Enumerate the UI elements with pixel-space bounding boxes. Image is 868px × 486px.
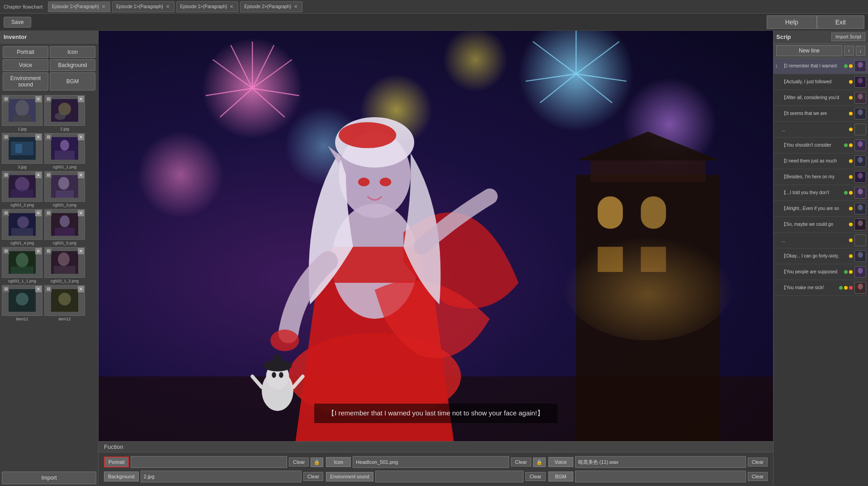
script-item[interactable]: 【You people are supposed [774,264,868,280]
script-item[interactable]: 【Besides, I'm here on my [774,169,868,185]
voice-clear-button[interactable]: Clear [748,457,768,467]
list-item[interactable]: 🖼 ✕ cg501_4.png [2,209,42,245]
item-close-button[interactable]: ✕ [78,96,84,102]
bgm-button[interactable]: BGM [50,72,95,91]
script-item[interactable]: 【I need them just as much [774,153,868,169]
script-thumbnail [854,139,866,151]
tab-1[interactable]: Episode 1>(Paragraph) ✕ [112,1,175,12]
icon-button[interactable]: Icon [50,46,95,58]
script-item[interactable]: ... [774,233,868,248]
background-button[interactable]: Background [50,59,95,71]
item-close-button[interactable]: ✕ [35,286,42,292]
icon-lock-button[interactable]: 🔒 [533,457,546,467]
item-close-button[interactable]: ✕ [78,248,84,254]
tab-3-label: Episode 2>(Paragraph) [244,4,291,9]
save-button[interactable]: Save [4,17,31,28]
script-item[interactable]: 【...I told you they don't [774,185,868,201]
item-name: 1.jpg [2,127,42,131]
item-type-icon: 🖼 [3,134,9,140]
tab-0-close[interactable]: ✕ [101,4,106,9]
item-close-button[interactable]: ✕ [78,134,84,140]
exit-button[interactable]: Exit [817,15,864,29]
import-script-button[interactable]: Import Script [831,33,865,41]
svg-rect-8 [15,144,22,153]
dot-green [844,270,848,274]
script-item[interactable]: 【It seems that we are [774,106,868,122]
environment-sound-input[interactable] [375,471,524,482]
import-button[interactable]: Import [2,472,96,484]
bgm-clear-button[interactable]: Clear [748,472,768,481]
environment-sound-clear-button[interactable]: Clear [525,472,545,481]
icon-input[interactable] [353,456,509,468]
icon-clear-button[interactable]: Clear [511,457,531,467]
tab-2[interactable]: Episode 1>(Paragraph) ✕ [176,1,239,12]
list-item[interactable]: 🖼 ✕ item12 [44,285,85,321]
tab-0[interactable]: Episode 1>(Paragraph) ✕ [48,1,110,12]
script-item[interactable]: 【Alright...Even if you are so [774,201,868,217]
item-close-button[interactable]: ✕ [78,210,84,216]
list-item[interactable]: 🖼 ✕ 2.jpg [44,95,85,131]
portrait-lock-button[interactable]: 🔒 [311,457,323,467]
script-item[interactable]: 1 【I remember that I warned [774,58,868,74]
list-item[interactable]: 🖼 ✕ cg502_1_1.png [2,247,42,283]
item-close-button[interactable]: ✕ [35,96,42,102]
tab-2-close[interactable]: ✕ [229,4,234,9]
script-item[interactable]: 【Okay... I can go forty-sixty, [774,248,868,264]
script-item[interactable]: 【You make me sick! [774,280,868,296]
svg-point-16 [58,177,69,190]
list-item[interactable]: 🖼 ✕ 3.jpg [2,133,42,169]
script-item[interactable]: 【Actually, I just followed [774,74,868,90]
script-item[interactable]: 【So, maybe we could go [774,217,868,233]
item-close-button[interactable]: ✕ [35,210,42,216]
script-item[interactable]: 【You shouldn't consider [774,138,868,153]
script-text: ... [782,238,847,243]
list-item[interactable]: 🖼 ✕ cg501_1.png [44,133,85,169]
portrait-button[interactable]: Portrait [3,46,48,58]
item-close-button[interactable]: ✕ [78,286,84,292]
environment-sound-button[interactable]: Environment sound [3,72,48,91]
item-type-icon: 🖼 [45,286,52,292]
portrait-input[interactable] [131,456,287,468]
help-button[interactable]: Help [767,15,817,29]
bgm-input[interactable] [575,471,746,482]
tab-3-close[interactable]: ✕ [293,4,298,9]
scroll-up-button[interactable]: ↑ [844,46,854,56]
script-header: Scrip Import Script [774,31,868,43]
scene-canvas: 【I remember that I warned you last time … [99,31,773,441]
voice-input[interactable] [575,456,746,468]
item-close-button[interactable]: ✕ [78,172,84,178]
item-thumbnail: 🖼 ✕ [2,95,42,126]
item-close-button[interactable]: ✕ [35,172,42,178]
scroll-down-button[interactable]: ↓ [856,46,866,56]
tab-3[interactable]: Episode 2>(Paragraph) ✕ [240,1,302,12]
background-input[interactable] [141,471,302,482]
script-dots [849,238,853,242]
svg-point-110 [858,268,863,274]
list-item[interactable]: 🖼 ✕ cg502_1_2.png [44,247,85,283]
script-thumbnail [854,266,866,278]
script-item[interactable]: 【After all, considering you'd [774,90,868,106]
svg-point-5 [55,113,66,120]
list-item[interactable]: 🖼 ✕ item11 [2,285,42,321]
script-thumbnail [854,155,866,167]
background-clear-button[interactable]: Clear [303,472,323,481]
svg-point-99 [858,173,863,179]
voice-button[interactable]: Voice [3,59,48,71]
list-item[interactable]: 🖼 ✕ cg501_5.png [44,209,85,245]
list-item[interactable]: 🖼 ✕ cg501_3.png [44,171,85,207]
script-text: 【I need them just as much [782,158,847,164]
item-close-button[interactable]: ✕ [35,134,42,140]
portrait-label: Portrait [104,457,129,467]
tab-1-close[interactable]: ✕ [165,4,170,9]
new-line-button[interactable]: New line [776,45,842,56]
script-text: 【You shouldn't consider [782,142,842,148]
portrait-clear-button[interactable]: Clear [289,457,309,467]
list-item[interactable]: 🖼 ✕ 1.jpg [2,95,42,131]
item-name: cg502_1_1.png [2,279,42,283]
item-preview [51,175,78,198]
dot-red [849,286,853,290]
canvas-area: 【I remember that I warned you last time … [99,31,773,441]
script-item[interactable]: ... [774,122,868,138]
item-close-button[interactable]: ✕ [35,248,42,254]
list-item[interactable]: 🖼 ✕ cg501_2.png [2,171,42,207]
